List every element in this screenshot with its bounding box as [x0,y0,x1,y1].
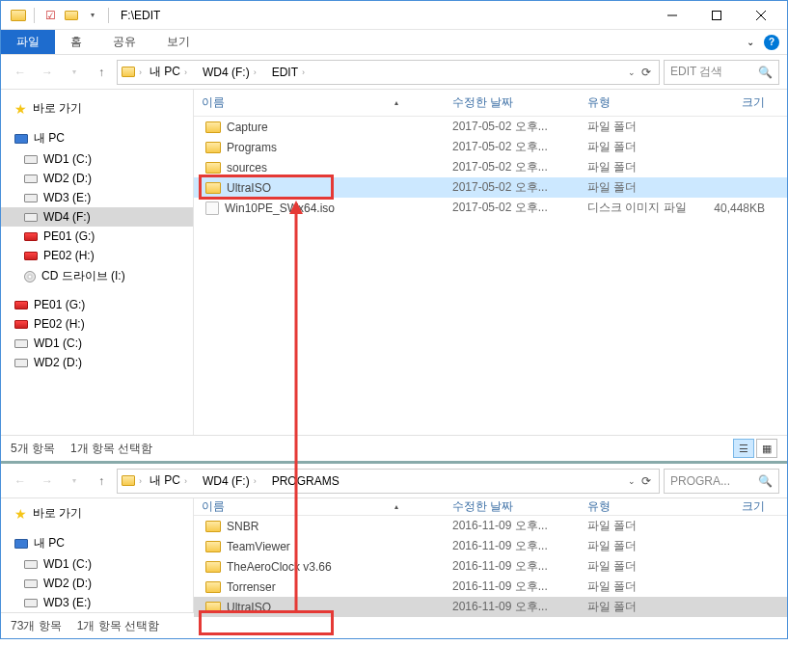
sidebar-drive[interactable]: PE01 (G:) [1,227,193,246]
tab-file[interactable]: 파일 [1,30,55,54]
file-type: 파일 폴더 [580,599,695,615]
sidebar-drive[interactable]: PE01 (G:) [1,295,193,314]
sidebar-drive[interactable]: PE02 (H:) [1,246,193,265]
sidebar-drive[interactable]: WD1 (C:) [1,334,193,353]
sidebar-this-pc[interactable]: 내 PC [1,532,193,554]
crumb[interactable]: PROGRAMS [268,474,343,488]
col-name[interactable]: 이름▴ [194,94,445,111]
help-icon[interactable]: ? [764,35,779,50]
item-count: 5개 항목 [11,441,55,457]
sidebar-drive[interactable]: WD3 (E:) [1,593,193,612]
file-row[interactable]: Capture 2017-05-02 오후... 파일 폴더 [194,117,787,137]
navbar-pane2: ← → ▾ ↑ › 내 PC› WD4 (F:)› PROGRAMS ⌄ ⟳ P… [1,464,787,498]
dropdown-icon[interactable]: ⌄ [628,67,636,77]
drive-label: WD1 (C:) [43,557,92,571]
sidebar-quick-access[interactable]: ★바로 가기 [1,502,193,524]
col-date[interactable]: 수정한 날짜 [445,498,580,515]
drive-icon [14,320,28,329]
star-icon: ★ [14,101,27,117]
folder-icon [205,121,221,133]
sidebar-drive[interactable]: WD2 (D:) [1,169,193,188]
drive-label: WD1 (C:) [43,152,92,166]
chevron-down-icon[interactable]: ▾ [83,6,102,25]
file-row[interactable]: Programs 2017-05-02 오후... 파일 폴더 [194,137,787,157]
file-date: 2017-05-02 오후... [445,179,580,196]
tab-share[interactable]: 공유 [97,30,151,54]
sidebar-drive[interactable]: PE02 (H:) [1,314,193,334]
search-icon: 🔍 [758,66,773,79]
forward-button[interactable]: → [36,470,59,493]
col-name[interactable]: 이름▴ [194,498,445,515]
folder-icon [205,142,221,153]
ribbon-expand-icon[interactable]: ⌄ [747,37,754,47]
crumb[interactable]: 내 PC› [146,64,195,80]
maximize-button[interactable] [694,2,739,29]
crumb[interactable]: 내 PC› [146,472,195,489]
folder-icon [205,581,221,593]
forward-button[interactable]: → [36,61,59,84]
drive-label: WD2 (D:) [34,356,82,369]
drive-icon [14,339,28,348]
address-bar[interactable]: › 내 PC› WD4 (F:)› EDIT› ⌄ ⟳ [117,60,660,85]
back-button[interactable]: ← [9,470,32,493]
file-row[interactable]: SNBR 2016-11-09 오후... 파일 폴더 [194,516,787,536]
up-button[interactable]: ↑ [90,470,113,493]
sidebar-drive[interactable]: WD2 (D:) [1,574,193,593]
up-button[interactable]: ↑ [90,61,113,84]
dropdown-icon[interactable]: ⌄ [628,476,636,486]
history-dropdown[interactable]: ▾ [63,61,86,84]
file-row[interactable]: Win10PE_SWx64.iso 2017-05-02 오후... 디스크 이… [194,198,787,218]
file-row[interactable]: Torrenser 2016-11-09 오후... 파일 폴더 [194,577,787,597]
search-placeholder: EDIT 검색 [670,64,722,80]
col-size[interactable]: 크기 [695,94,773,111]
column-headers: 이름▴ 수정한 날짜 유형 크기 [194,90,787,117]
search-input[interactable]: PROGRA... 🔍 [664,469,779,494]
address-bar[interactable]: › 내 PC› WD4 (F:)› PROGRAMS ⌄ ⟳ [117,469,660,494]
drive-icon [24,175,38,183]
file-row[interactable]: TheAeroClock v3.66 2016-11-09 오후... 파일 폴… [194,556,787,577]
view-icons-button[interactable]: ▦ [756,439,777,458]
qat-properties-icon[interactable]: ☑ [41,6,60,25]
file-name: TheAeroClock v3.66 [227,560,332,574]
sidebar-quick-access[interactable]: ★바로 가기 [1,97,193,120]
refresh-icon[interactable]: ⟳ [638,66,655,79]
file-row[interactable]: sources 2017-05-02 오후... 파일 폴더 [194,157,787,177]
drive-icon [24,599,38,607]
sidebar-drive[interactable]: CD 드라이브 (I:) [1,265,193,287]
file-type: 파일 폴더 [580,179,695,196]
tab-home[interactable]: 홈 [55,30,97,54]
tab-view[interactable]: 보기 [151,30,205,54]
col-size[interactable]: 크기 [695,498,773,515]
file-date: 2016-11-09 오후... [445,518,580,534]
minimize-button[interactable] [650,2,694,29]
file-row[interactable]: UltraISO 2016-11-09 오후... 파일 폴더 [194,597,787,617]
file-row[interactable]: UltraISO 2017-05-02 오후... 파일 폴더 [194,177,787,198]
sidebar-drive[interactable]: WD1 (C:) [1,554,193,574]
drive-label: WD3 (E:) [43,596,91,609]
file-type: 파일 폴더 [580,139,695,155]
col-type[interactable]: 유형 [580,498,695,515]
close-button[interactable] [739,2,783,29]
crumb[interactable]: EDIT› [268,66,312,79]
qat-newfolder-icon[interactable] [62,6,81,25]
file-type: 파일 폴더 [580,518,695,534]
back-button[interactable]: ← [9,61,32,84]
sidebar-drive[interactable]: WD1 (C:) [1,149,193,169]
selection-count: 1개 항목 선택함 [70,441,152,457]
history-dropdown[interactable]: ▾ [63,470,86,493]
search-input[interactable]: EDIT 검색 🔍 [664,60,779,85]
crumb[interactable]: WD4 (F:)› [199,474,264,488]
crumb[interactable]: WD4 (F:)› [199,66,264,79]
search-icon: 🔍 [758,474,773,488]
sidebar-drive[interactable]: WD2 (D:) [1,353,193,372]
file-row[interactable]: TeamViewer 2016-11-09 오후... 파일 폴더 [194,536,787,556]
refresh-icon[interactable]: ⟳ [638,474,655,488]
sidebar-drive[interactable]: WD4 (F:) [1,207,193,227]
pc-icon [14,134,28,144]
col-type[interactable]: 유형 [580,94,695,111]
view-details-button[interactable]: ☰ [733,439,754,458]
sidebar-this-pc[interactable]: 내 PC [1,127,193,149]
sidebar-drive[interactable]: WD3 (E:) [1,188,193,207]
drive-label: PE01 (G:) [34,298,85,311]
col-date[interactable]: 수정한 날짜 [445,94,580,111]
